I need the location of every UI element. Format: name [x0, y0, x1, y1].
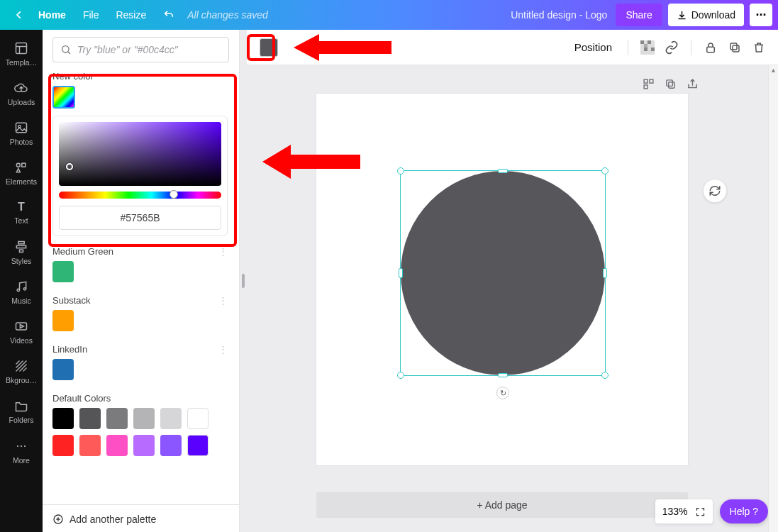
left-rail: Templa… Uploads Photos Elements T Text S…: [0, 30, 43, 532]
canvas-scroll[interactable]: ↻ + Add page 133% Help ? ▲: [247, 65, 778, 532]
sv-cursor[interactable]: [66, 163, 73, 170]
default-swatch[interactable]: [187, 435, 209, 456]
rail-elements[interactable]: Elements: [0, 153, 43, 193]
chevron-down-icon[interactable]: ⋮: [218, 246, 228, 257]
resize-handle-se[interactable]: [601, 372, 608, 379]
more-menu-button[interactable]: ···: [750, 4, 772, 26]
svg-rect-14: [242, 274, 245, 288]
svg-rect-24: [644, 79, 648, 83]
rail-styles[interactable]: Styles: [0, 233, 43, 272]
share-button[interactable]: Share: [616, 4, 662, 26]
svg-rect-21: [707, 47, 715, 52]
default-swatch[interactable]: [133, 408, 155, 429]
fullscreen-icon[interactable]: [695, 506, 706, 517]
rail-more[interactable]: ··· More: [0, 431, 43, 471]
zoom-control[interactable]: 133%: [655, 499, 713, 523]
add-palette-button[interactable]: Add another palette: [43, 504, 239, 525]
default-swatch[interactable]: [160, 435, 182, 456]
templates-icon: [14, 41, 28, 55]
default-swatch[interactable]: [52, 435, 74, 456]
resize-handle-ne[interactable]: [601, 167, 608, 174]
default-swatch[interactable]: [52, 408, 74, 429]
undo-icon[interactable]: [155, 0, 183, 30]
link-icon[interactable]: [664, 40, 679, 55]
swatch-medium-green[interactable]: [52, 261, 74, 282]
svg-rect-17: [648, 40, 651, 44]
default-swatch[interactable]: [106, 435, 128, 456]
home-menu[interactable]: Home: [30, 0, 74, 30]
photos-icon: [14, 121, 28, 135]
transparency-icon[interactable]: [640, 40, 655, 55]
default-swatch[interactable]: [187, 408, 209, 429]
circle-shape[interactable]: [401, 171, 605, 375]
add-page-button[interactable]: + Add page: [316, 492, 688, 518]
default-colors-grid-2: [52, 435, 228, 456]
refresh-button[interactable]: [703, 179, 727, 203]
rail-text[interactable]: T Text: [0, 193, 43, 233]
page-share-icon[interactable]: [687, 78, 699, 90]
resize-menu[interactable]: Resize: [107, 0, 155, 30]
svg-point-12: [62, 46, 69, 52]
hue-slider[interactable]: [59, 192, 221, 199]
current-fill-swatch[interactable]: [260, 38, 278, 57]
document-title[interactable]: Untitled design - Logo: [511, 9, 607, 21]
default-swatch[interactable]: [79, 435, 101, 456]
svg-rect-28: [667, 80, 673, 87]
selection-box[interactable]: ↻: [400, 170, 606, 376]
saturation-value-area[interactable]: [59, 122, 221, 186]
rail-templates[interactable]: Templa…: [0, 34, 43, 74]
rail-background[interactable]: Bkgrou…: [0, 352, 43, 392]
page-grid-icon[interactable]: [643, 78, 655, 90]
download-button[interactable]: Download: [668, 4, 744, 26]
lock-icon[interactable]: [703, 40, 718, 55]
svg-rect-10: [16, 323, 27, 330]
new-color-chip[interactable]: [52, 86, 75, 109]
chevron-down-icon[interactable]: ⋮: [218, 344, 228, 355]
resize-handle-e[interactable]: [603, 268, 607, 278]
duplicate-icon[interactable]: [727, 40, 743, 55]
file-menu[interactable]: File: [74, 0, 108, 30]
resize-handle-n[interactable]: [498, 169, 508, 173]
rail-music[interactable]: Music: [0, 272, 43, 312]
text-icon: T: [18, 201, 25, 214]
default-swatch[interactable]: [133, 435, 155, 456]
swatch-substack[interactable]: [52, 310, 74, 331]
help-button[interactable]: Help ?: [720, 499, 768, 523]
scrollbar-vertical[interactable]: ▲: [768, 65, 778, 532]
rail-uploads[interactable]: Uploads: [0, 74, 43, 113]
svg-point-8: [17, 289, 19, 291]
default-swatch[interactable]: [160, 408, 182, 429]
design-page[interactable]: ↻: [316, 94, 688, 465]
hue-thumb[interactable]: [170, 190, 178, 199]
hex-input[interactable]: #57565B: [59, 206, 221, 230]
rail-folders[interactable]: Folders: [0, 392, 43, 431]
color-search[interactable]: [52, 37, 229, 62]
svg-rect-0: [16, 43, 27, 54]
svg-rect-6: [16, 245, 26, 248]
svg-marker-11: [20, 325, 23, 328]
resize-handle-nw[interactable]: [397, 167, 404, 174]
default-swatch[interactable]: [106, 408, 128, 429]
default-swatch[interactable]: [79, 408, 101, 429]
new-color-label: New color: [52, 71, 228, 82]
svg-point-3: [16, 163, 20, 167]
back-chevron-icon[interactable]: [6, 0, 33, 30]
rotate-handle[interactable]: ↻: [496, 387, 509, 399]
resize-handle-sw[interactable]: [397, 372, 404, 379]
chevron-down-icon[interactable]: ⋮: [218, 295, 228, 306]
position-button[interactable]: Position: [570, 38, 616, 56]
rail-videos[interactable]: Videos: [0, 312, 43, 352]
scroll-up-icon[interactable]: ▲: [769, 65, 778, 75]
videos-icon: [14, 319, 28, 333]
rail-photos[interactable]: Photos: [0, 113, 43, 153]
color-search-input[interactable]: [77, 44, 221, 55]
palette-linkedin-label: LinkedIn⋮: [52, 344, 228, 355]
panel-collapse-handle[interactable]: [240, 30, 247, 532]
download-icon: [677, 10, 687, 21]
page-duplicate-icon[interactable]: [665, 78, 677, 90]
resize-handle-w[interactable]: [399, 268, 403, 278]
resize-handle-s[interactable]: [498, 373, 508, 377]
delete-icon[interactable]: [751, 40, 767, 55]
svg-rect-4: [22, 163, 26, 167]
swatch-linkedin[interactable]: [52, 359, 74, 380]
